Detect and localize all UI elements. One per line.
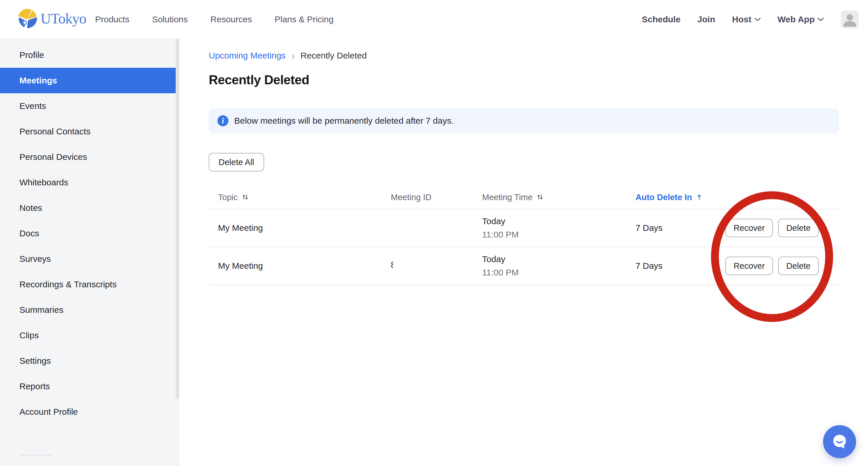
account-nav: Schedule Join Host Web App — [642, 0, 859, 38]
cell-meeting-id: 8 — [391, 260, 393, 272]
sidebar-item-surveys[interactable]: Surveys — [0, 246, 180, 272]
column-auto-delete-in-label: Auto Delete In — [636, 192, 692, 202]
column-auto-delete-in[interactable]: Auto Delete In — [636, 192, 703, 202]
meeting-id-fragment: 8 — [391, 260, 393, 270]
sidebar-item-meetings[interactable]: Meetings — [0, 68, 180, 93]
meeting-time-day: Today — [482, 253, 519, 266]
sidebar-item-docs[interactable]: Docs — [0, 221, 180, 246]
sort-asc-icon — [695, 193, 703, 202]
info-banner: i Below meetings will be permanently del… — [209, 108, 839, 133]
sidebar-item-profile[interactable]: Profile — [0, 42, 180, 68]
table-row: My Meeting 8 Today 11:00 PM 7 Days Recov… — [209, 247, 839, 285]
sidebar-item-account-profile[interactable]: Account Profile — [0, 399, 180, 425]
sidebar-divider — [20, 455, 53, 456]
cell-meeting-time: Today 11:00 PM — [482, 253, 519, 279]
cell-auto-delete-in: 7 Days — [636, 223, 662, 233]
sidebar-item-personal-devices[interactable]: Personal Devices — [0, 144, 180, 170]
chat-support-button[interactable] — [823, 425, 856, 458]
nav-products[interactable]: Products — [95, 14, 129, 24]
sidebar-item-notes[interactable]: Notes — [0, 195, 180, 221]
column-meeting-id: Meeting ID — [391, 192, 431, 202]
sidebar-item-personal-contacts[interactable]: Personal Contacts — [0, 119, 180, 144]
sidebar-item-settings[interactable]: Settings — [0, 348, 180, 374]
nav-join[interactable]: Join — [697, 14, 715, 24]
nav-host-label: Host — [732, 14, 751, 24]
breadcrumb: Upcoming Meetings › Recently Deleted — [209, 51, 367, 61]
column-meeting-time[interactable]: Meeting Time — [482, 192, 544, 202]
meeting-time-clock: 11:00 PM — [482, 266, 519, 279]
delete-button[interactable]: Delete — [778, 257, 819, 275]
sort-both-icon — [241, 193, 249, 202]
utokyo-ginkgo-icon — [16, 7, 38, 30]
sidebar-scrollbar-thumb[interactable] — [176, 38, 180, 398]
chevron-down-icon — [817, 18, 824, 22]
main-content: Upcoming Meetings › Recently Deleted Rec… — [180, 38, 868, 466]
sidebar-item-events[interactable]: Events — [0, 93, 180, 119]
delete-button[interactable]: Delete — [778, 219, 819, 237]
column-meeting-id-label: Meeting ID — [391, 192, 431, 202]
nav-resources[interactable]: Resources — [211, 14, 252, 24]
sidebar-item-reports[interactable]: Reports — [0, 374, 180, 399]
meeting-time-clock: 11:00 PM — [482, 228, 519, 241]
cell-meeting-time: Today 11:00 PM — [482, 214, 519, 241]
info-banner-text: Below meetings will be permanently delet… — [234, 116, 454, 126]
sidebar-item-clips[interactable]: Clips — [0, 323, 180, 348]
sidebar: Profile Meetings Events Personal Contact… — [0, 38, 180, 466]
breadcrumb-upcoming-meetings[interactable]: Upcoming Meetings — [209, 51, 285, 61]
page-title: Recently Deleted — [209, 73, 309, 87]
sidebar-item-recordings-transcripts[interactable]: Recordings & Transcripts — [0, 272, 180, 297]
page: UTokyo Products Solutions Resources Plan… — [0, 0, 868, 466]
table-row: My Meeting Today 11:00 PM 7 Days Recover… — [209, 209, 839, 247]
column-meeting-time-label: Meeting Time — [482, 192, 533, 202]
chat-bubble-icon — [831, 433, 848, 451]
sidebar-item-whiteboards[interactable]: Whiteboards — [0, 170, 180, 195]
avatar[interactable] — [841, 10, 859, 28]
chevron-down-icon — [754, 18, 761, 22]
logo-text: UTokyo — [40, 10, 86, 27]
primary-nav: Products Solutions Resources Plans & Pri… — [95, 0, 334, 38]
nav-web-app[interactable]: Web App — [778, 14, 824, 24]
breadcrumb-current: Recently Deleted — [300, 51, 367, 61]
info-icon: i — [217, 115, 228, 126]
nav-web-app-label: Web App — [778, 14, 815, 24]
delete-all-button[interactable]: Delete All — [209, 153, 264, 171]
column-topic-label: Topic — [218, 192, 238, 202]
sidebar-item-summaries[interactable]: Summaries — [0, 297, 180, 323]
recover-button[interactable]: Recover — [725, 257, 773, 275]
nav-plans-pricing[interactable]: Plans & Pricing — [275, 14, 333, 24]
breadcrumb-separator-icon: › — [291, 51, 294, 60]
row-actions: Recover Delete — [725, 257, 819, 275]
sort-both-icon — [536, 193, 544, 202]
top-navbar: UTokyo Products Solutions Resources Plan… — [0, 0, 868, 38]
meeting-time-day: Today — [482, 214, 519, 228]
deleted-meetings-table: Topic Meeting ID Meeting Time — [209, 186, 839, 285]
cell-auto-delete-in: 7 Days — [636, 261, 662, 271]
column-topic[interactable]: Topic — [218, 192, 249, 202]
logo[interactable]: UTokyo — [16, 7, 86, 30]
table-header: Topic Meeting ID Meeting Time — [209, 186, 839, 209]
recover-button[interactable]: Recover — [725, 219, 773, 237]
nav-host[interactable]: Host — [732, 14, 761, 24]
person-icon — [841, 10, 859, 28]
row-actions: Recover Delete — [725, 219, 819, 237]
nav-solutions[interactable]: Solutions — [152, 14, 188, 24]
nav-schedule[interactable]: Schedule — [642, 14, 680, 24]
cell-topic: My Meeting — [218, 223, 263, 233]
cell-topic: My Meeting — [218, 261, 263, 271]
